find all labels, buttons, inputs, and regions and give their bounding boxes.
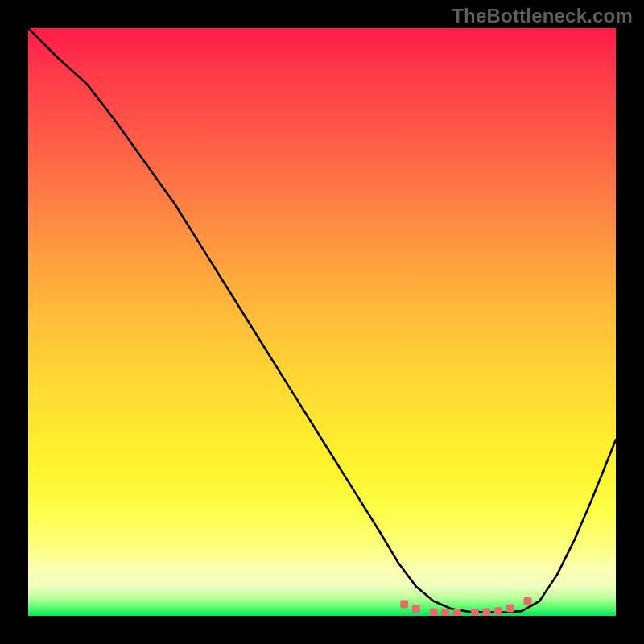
trough-marker [400, 600, 408, 608]
chart-svg [28, 28, 616, 616]
main-curve-line [28, 28, 616, 613]
watermark-text: TheBottleneck.com [452, 5, 633, 27]
trough-marker [506, 605, 514, 613]
trough-marker [441, 609, 449, 616]
trough-marker [430, 609, 438, 616]
plot-area [28, 28, 616, 616]
trough-marker [453, 609, 461, 616]
trough-marker [412, 605, 420, 613]
trough-markers-group [400, 597, 531, 616]
trough-marker [471, 609, 479, 616]
trough-marker [524, 597, 532, 605]
trough-marker [494, 607, 502, 615]
frame: TheBottleneck.com [0, 0, 644, 644]
trough-marker [482, 609, 490, 616]
